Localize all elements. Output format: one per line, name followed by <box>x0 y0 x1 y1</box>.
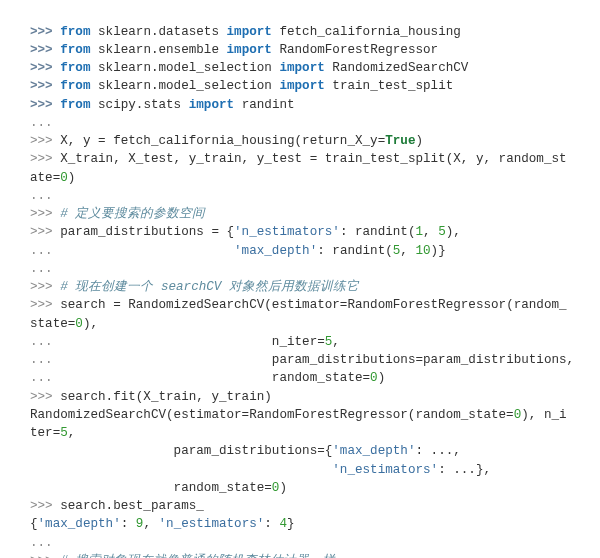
num: 0 <box>60 171 68 185</box>
num: 1 <box>415 225 423 239</box>
kw-import: import <box>227 43 272 57</box>
output: : ...}, <box>438 463 491 477</box>
code-line: ... param_distributions=param_distributi… <box>30 353 574 367</box>
cont-prompt: ... <box>30 189 53 203</box>
cont-prompt: ... <box>30 335 60 349</box>
output-line: ter=5, <box>30 426 75 440</box>
module: sklearn.model_selection <box>98 79 272 93</box>
code: param_distributions = { <box>60 225 234 239</box>
prompt: >>> <box>30 499 60 513</box>
str: 'max_depth' <box>332 444 415 458</box>
code-line: >>> search.best_params_ <box>30 499 204 513</box>
code: ), <box>446 225 461 239</box>
import-name: train_test_split <box>332 79 453 93</box>
comment: # 现在创建一个 searchCV 对象然后用数据训练它 <box>60 280 359 294</box>
str: 'n_estimators' <box>234 225 340 239</box>
code-line: >>> from sklearn.ensemble import RandomF… <box>30 43 438 57</box>
prompt: >>> <box>30 134 60 148</box>
kw-from: from <box>60 61 90 75</box>
code-line: >>> from sklearn.datasets import fetch_c… <box>30 25 461 39</box>
prompt: >>> <box>30 152 60 166</box>
code: search.fit(X_train, y_train) <box>60 390 272 404</box>
module: sklearn.ensemble <box>98 43 219 57</box>
code: ), <box>83 317 98 331</box>
code: X_train, X_test, y_train, y_test = train… <box>60 152 566 166</box>
output: , <box>68 426 76 440</box>
output: param_distributions={ <box>30 444 332 458</box>
cont-prompt: ... <box>30 371 60 385</box>
str: 'n_estimators' <box>159 517 265 531</box>
prompt: >>> <box>30 207 60 221</box>
code: ) <box>68 171 76 185</box>
kw-import: import <box>279 79 324 93</box>
num: 0 <box>370 371 378 385</box>
kw-import: import <box>279 61 324 75</box>
output: : ..., <box>415 444 460 458</box>
kw-from: from <box>60 79 90 93</box>
output: : <box>264 517 279 531</box>
str: 'n_estimators' <box>332 463 438 477</box>
output-line: 'n_estimators': ...}, <box>30 463 491 477</box>
comment: # 定义要搜索的参数空间 <box>60 207 205 221</box>
num: 10 <box>415 244 430 258</box>
prompt: >>> <box>30 280 60 294</box>
code: random_state= <box>60 371 370 385</box>
num: 4 <box>279 517 287 531</box>
prompt: >>> <box>30 79 60 93</box>
code-line: >>> # 定义要搜索的参数空间 <box>30 207 205 221</box>
code: search.best_params_ <box>60 499 204 513</box>
prompt: >>> <box>30 98 60 112</box>
module: scipy.stats <box>98 98 181 112</box>
output: { <box>30 517 38 531</box>
output-line: param_distributions={'max_depth': ..., <box>30 444 461 458</box>
code: n_iter= <box>60 335 325 349</box>
prompt: >>> <box>30 43 60 57</box>
cont-prompt: ... <box>30 262 53 276</box>
code-line: ... 'max_depth': randint(5, 10)} <box>30 244 446 258</box>
module: sklearn.datasets <box>98 25 219 39</box>
output-line: {'max_depth': 9, 'n_estimators': 4} <box>30 517 295 531</box>
prompt: >>> <box>30 554 60 558</box>
code: ) <box>378 371 386 385</box>
code <box>60 244 234 258</box>
code-block: >>> from sklearn.datasets import fetch_c… <box>0 13 600 558</box>
cont-prompt: ... <box>30 536 53 550</box>
kw-import: import <box>189 98 234 112</box>
output: RandomizedSearchCV(estimator=RandomFores… <box>30 408 514 422</box>
prompt: >>> <box>30 25 60 39</box>
code: param_distributions=param_distributions, <box>60 353 574 367</box>
num: 5 <box>438 225 446 239</box>
output: } <box>287 517 295 531</box>
output-line: random_state=0) <box>30 481 287 495</box>
kw-from: from <box>60 98 90 112</box>
output: ) <box>279 481 287 495</box>
import-name: RandomForestRegressor <box>279 43 438 57</box>
import-name: randint <box>242 98 295 112</box>
code-line: >>> from sklearn.model_selection import … <box>30 79 453 93</box>
code-line: ... n_iter=5, <box>30 335 340 349</box>
code: , <box>423 225 438 239</box>
code: , <box>400 244 415 258</box>
code-line: >>> # 现在创建一个 searchCV 对象然后用数据训练它 <box>30 280 359 294</box>
str: 'max_depth' <box>38 517 121 531</box>
output: , <box>143 517 158 531</box>
code-line: ate=0) <box>30 171 75 185</box>
cont-prompt: ... <box>30 353 60 367</box>
code: : randint( <box>340 225 416 239</box>
output: ), n_i <box>521 408 566 422</box>
output: random_state= <box>30 481 272 495</box>
code-line: >>> search.fit(X_train, y_train) <box>30 390 272 404</box>
code: X, y = fetch_california_housing(return_X… <box>60 134 385 148</box>
output: : <box>121 517 136 531</box>
kw-import: import <box>227 25 272 39</box>
cont-prompt: ... <box>30 116 53 130</box>
code-line: ... random_state=0) <box>30 371 385 385</box>
prompt: >>> <box>30 390 60 404</box>
prompt: >>> <box>30 61 60 75</box>
output: ter= <box>30 426 60 440</box>
code: )} <box>431 244 446 258</box>
import-name: fetch_california_housing <box>279 25 460 39</box>
num: 0 <box>75 317 83 331</box>
kw-from: from <box>60 43 90 57</box>
output <box>30 463 332 477</box>
